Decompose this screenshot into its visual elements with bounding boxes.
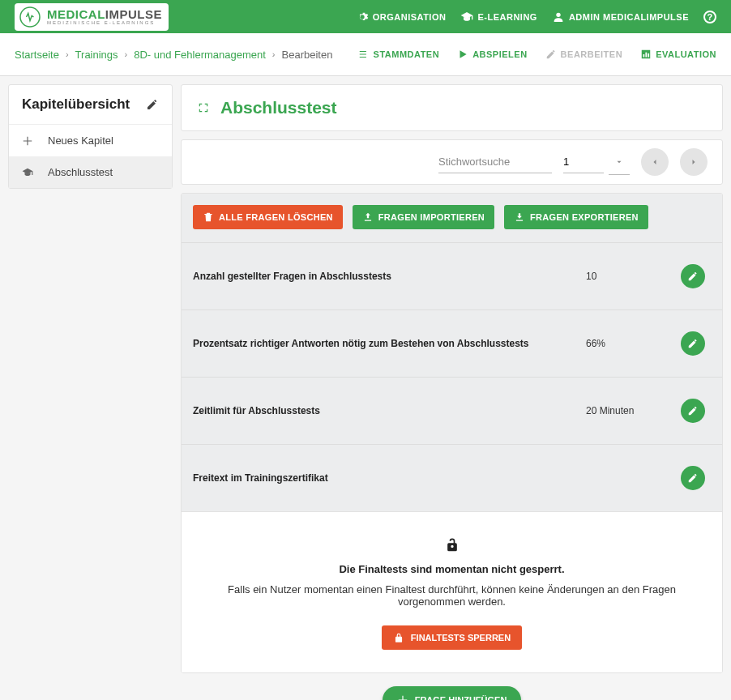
page-input-top[interactable] [563,151,604,173]
nav-elearning[interactable]: E-LEARNING [460,11,536,23]
breadcrumb-current: Bearbeiten [282,49,333,61]
pencil-icon[interactable] [146,98,159,111]
page-title: Abschlusstest [220,98,337,117]
edit-button[interactable] [681,331,705,356]
unlock-icon [444,536,460,555]
lock-description: Falls ein Nutzer momentan einen Finaltes… [206,583,698,608]
lock-icon [393,632,404,643]
logo-subtext: MEDIZINISCHE E-LEARNINGS [47,20,162,25]
nav-admin[interactable]: ADMIN MEDICALIMPULSE [552,11,689,23]
setting-label: Prozentsatz richtiger Antworten nötig zu… [193,338,586,349]
help-icon[interactable]: ? [703,11,716,23]
breadcrumb-home[interactable]: Startseite [15,49,59,61]
setting-row-pass-percent: Prozentsatz richtiger Antworten nötig zu… [182,309,722,377]
sidebar-title: Kapitelübersicht [22,96,130,113]
sidebar-item-abschlusstest[interactable]: Abschlusstest [9,156,172,188]
page-next-top[interactable] [680,148,707,176]
setting-label: Zeitlimit für Abschlusstests [193,405,586,416]
download-icon [514,211,525,223]
sidebar-item-new-chapter[interactable]: Neues Kapitel [9,125,172,156]
upload-icon [362,211,374,223]
play-icon [457,49,468,60]
breadcrumb-topic[interactable]: 8D- und Fehlermanagement [134,49,266,61]
edit-button[interactable] [681,466,705,490]
chevron-left-icon [650,157,660,167]
graduation-icon [22,167,33,178]
svg-point-0 [20,7,40,27]
logo-text: MEDICALIMPULSE [47,8,162,20]
setting-value: 10 [586,271,675,282]
edit-button[interactable] [681,264,705,288]
chevron-right-icon [689,157,699,167]
logo[interactable]: MEDICALIMPULSE MEDIZINISCHE E-LEARNINGS [15,3,169,31]
svg-rect-5 [648,53,649,58]
chevron-right-icon: › [66,49,69,59]
sidebar-item-label: Neues Kapitel [48,134,113,147]
fullscreen-icon[interactable] [198,102,209,113]
setting-value: 20 Minuten [586,405,675,416]
page-select-top[interactable] [609,149,630,175]
chevron-right-icon: › [125,49,128,59]
import-questions-button[interactable]: FRAGEN IMPORTIEREN [353,205,494,229]
chart-icon [640,49,652,60]
graduation-icon [460,11,473,23]
setting-row-freetext: Freitext im Trainingszertifikat [182,444,722,511]
setting-value: 66% [586,338,675,349]
svg-point-1 [556,12,560,16]
add-question-button[interactable]: FRAGE HINZUFÜGEN [383,686,522,700]
logo-icon [18,5,42,29]
pencil-icon [687,472,699,484]
pencil-icon [545,49,557,60]
user-icon [552,11,565,23]
svg-rect-3 [643,54,645,58]
setting-label: Anzahl gestellter Fragen in Abschlusstes… [193,271,586,282]
sidebar-item-label: Abschlusstest [48,166,113,178]
page-prev-top[interactable] [641,148,669,176]
lock-finaltests-button[interactable]: FINALTESTS SPERREN [382,625,522,650]
nav-organisation[interactable]: ORGANISATION [356,11,447,23]
setting-row-timelimit: Zeitlimit für Abschlusstests 20 Minuten [182,377,722,444]
tab-evaluation[interactable]: EVALUATION [640,49,716,60]
tab-abspielen[interactable]: ABSPIELEN [457,49,527,60]
tab-stammdaten[interactable]: STAMMDATEN [358,49,440,60]
pencil-icon [687,271,699,282]
list-icon [358,49,370,60]
lock-heading: Die Finaltests sind momentan nicht gespe… [206,563,698,575]
delete-all-questions-button[interactable]: ALLE FRAGEN LÖSCHEN [193,205,343,229]
pencil-icon [687,405,699,416]
pencil-icon [687,338,699,349]
tab-bearbeiten[interactable]: BEARBEITEN [545,49,623,60]
setting-row-question-count: Anzahl gestellter Fragen in Abschlusstes… [182,242,722,309]
plus-icon [22,135,33,147]
export-questions-button[interactable]: FRAGEN EXPORTIEREN [504,205,648,229]
plus-icon [397,694,408,700]
breadcrumb: Startseite › Trainings › 8D- und Fehlerm… [15,49,332,61]
chevron-right-icon: › [272,49,276,59]
chevron-down-icon [615,158,623,166]
edit-button[interactable] [681,399,705,423]
trash-icon [203,211,214,223]
search-input[interactable] [438,151,552,173]
setting-label: Freitext im Trainingszertifikat [193,472,586,484]
breadcrumb-trainings[interactable]: Trainings [75,49,118,61]
gear-icon [356,11,369,23]
svg-rect-4 [646,53,648,58]
